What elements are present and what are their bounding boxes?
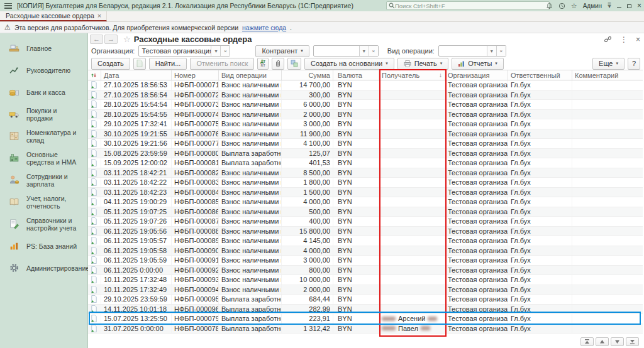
column-header-responsible[interactable]: Ответственный <box>508 70 572 80</box>
table-row[interactable]: 06.11.2025 19:05:56 НФБП-000088 Взнос на… <box>88 227 643 237</box>
dropdown-caret-icon[interactable]: ▾ <box>359 46 369 56</box>
column-header-operation[interactable]: Вид операции <box>219 70 282 80</box>
sidebar-item-main[interactable]: Главное <box>0 37 87 59</box>
column-header-amount[interactable]: Сумма <box>282 70 333 80</box>
table-row[interactable]: 27.10.2025 18:56:54 НФБП-000072 Взнос на… <box>88 90 643 101</box>
create-based-on-button[interactable]: Создать на основании ▾ <box>304 58 394 70</box>
dropdown-caret-icon: ▾ <box>495 61 497 66</box>
minimize-button[interactable] <box>617 1 621 10</box>
help-button[interactable]: ? <box>628 58 640 70</box>
table-row[interactable]: 31.07.2025 0:00:00 НФБП-000078 Выплата з… <box>88 324 643 334</box>
table-row[interactable]: 06.11.2025 0:00:00 НФБП-000092 Взнос нал… <box>88 266 643 276</box>
table-row[interactable]: 06.11.2025 19:05:57 НФБП-000089 Взнос на… <box>88 236 643 246</box>
copy-document-button[interactable] <box>133 58 146 70</box>
service-menu-icon[interactable]: ≡▾ <box>608 3 611 8</box>
favorites-star-icon[interactable]: ☆ <box>571 3 577 9</box>
add-favorite-star-icon[interactable]: ☆ <box>123 35 131 44</box>
column-header-org[interactable]: Организация <box>445 70 508 80</box>
forward-button[interactable]: → <box>104 35 118 44</box>
column-header-currency[interactable]: Валюта <box>333 70 379 80</box>
column-header-comment[interactable]: Комментарий <box>572 70 643 80</box>
table-row[interactable]: 05.11.2025 19:07:26 НФБП-000087 Взнос на… <box>88 217 643 227</box>
column-header-date[interactable]: Дата <box>101 70 172 80</box>
window-close-button[interactable]: × <box>637 1 641 10</box>
sidebar-item-manager[interactable]: Руководителю <box>0 59 87 81</box>
reports-button[interactable]: Отчеты ▾ <box>452 58 504 70</box>
sidebar-item-accounting-taxes[interactable]: Учет, налоги, отчетность <box>0 191 87 213</box>
get-link-icon[interactable] <box>604 35 612 43</box>
counterparty-filter-button[interactable]: Контрагент ▾ <box>255 45 309 57</box>
page-down-button[interactable] <box>611 337 624 346</box>
column-header-payee[interactable]: Получатель ↓ <box>379 70 445 80</box>
find-button[interactable]: Найти... <box>149 58 187 70</box>
clear-filter-icon[interactable]: × <box>496 46 506 56</box>
table-row[interactable]: 30.10.2025 19:21:56 НФБП-000077 Взнос на… <box>88 139 643 149</box>
table-row[interactable]: 03.11.2025 18:42:21 НФБП-000082 Взнос на… <box>88 168 643 178</box>
tab-close-icon[interactable]: × <box>97 12 101 19</box>
counterparty-filter-combo[interactable]: ▾ × <box>313 45 379 57</box>
table-row[interactable]: 06.11.2025 19:05:59 НФБП-000091 Взнос на… <box>88 256 643 266</box>
cancel-search-button[interactable]: Отменить поиск <box>190 58 254 70</box>
sidebar-item-purchases-sales[interactable]: Покупки и продажи <box>0 103 87 125</box>
table-header-marker[interactable] <box>88 70 101 80</box>
go-to-top-button[interactable] <box>580 337 594 346</box>
data-exchange-button[interactable] <box>287 58 301 70</box>
table-row[interactable]: 27.10.2025 18:56:53 НФБП-000071 Взнос на… <box>88 80 643 90</box>
table-row[interactable]: 30.10.2025 19:21:55 НФБП-000076 Взнос на… <box>88 129 643 139</box>
cell-date: 27.10.2025 18:56:53 <box>101 80 172 90</box>
clear-filter-icon[interactable]: × <box>220 46 230 56</box>
sidebar-item-fixed-assets[interactable]: Основные средства и НМА <box>0 147 87 169</box>
table-row[interactable]: 28.10.2025 15:54:54 НФБП-000073 Взнос на… <box>88 100 643 110</box>
table-row[interactable]: 10.11.2025 17:32:48 НФБП-000093 Взнос на… <box>88 275 643 285</box>
table-row[interactable]: 15.07.2025 13:25:50 НФБП-000079 Выплата … <box>88 314 643 324</box>
cell-payee <box>379 178 445 187</box>
document-posted-icon <box>91 120 97 128</box>
purchase-link[interactable]: нажмите сюда <box>242 24 286 31</box>
attachments-button[interactable] <box>272 58 284 70</box>
sidebar-item-bank-cash[interactable]: Банк и касса <box>0 81 87 103</box>
more-actions-button[interactable]: Еще ▾ <box>592 58 625 70</box>
notifications-bell-icon[interactable] <box>546 3 553 9</box>
organization-filter-combo[interactable]: Тестовая организация ▾ × <box>138 45 230 57</box>
current-user[interactable]: Админ <box>583 3 602 9</box>
table-row[interactable]: 14.11.2025 10:01:18 НФБП-000096 Выплата … <box>88 305 643 315</box>
clear-filter-icon[interactable]: × <box>369 46 378 56</box>
form-close-icon[interactable]: × <box>636 35 640 44</box>
table-row[interactable]: 28.10.2025 15:54:55 НФБП-000074 Взнос на… <box>88 110 643 120</box>
tab-cash-orders[interactable]: Расходные кассовые ордера × <box>0 11 107 21</box>
dropdown-caret-icon[interactable]: ▾ <box>487 46 496 56</box>
operation-filter-combo[interactable]: ▾ × <box>438 45 506 57</box>
global-search[interactable] <box>386 1 550 10</box>
dropdown-caret-icon[interactable]: ▾ <box>211 46 220 56</box>
table-row[interactable]: 05.11.2025 19:07:25 НФБП-000086 Взнос на… <box>88 207 643 217</box>
show-postings-button[interactable]: ДтКт <box>257 58 269 70</box>
table-row[interactable]: 03.11.2025 18:42:23 НФБП-000084 Взнос на… <box>88 188 643 198</box>
go-to-bottom-button[interactable] <box>626 337 639 346</box>
table-row[interactable]: 15.09.2025 12:00:02 НФБП-000081 Выплата … <box>88 158 643 168</box>
history-icon[interactable] <box>558 3 565 9</box>
cell-number: НФБП-000082 <box>172 168 219 178</box>
cell-responsible: Гл.бух <box>508 295 572 304</box>
table-row[interactable]: 29.10.2025 17:32:41 НФБП-000075 Взнос на… <box>88 119 643 129</box>
page-up-button[interactable] <box>596 337 609 346</box>
main-menu-icon[interactable] <box>4 3 12 9</box>
table-row[interactable]: 03.11.2025 18:42:22 НФБП-000083 Взнос на… <box>88 178 643 188</box>
table-row[interactable]: 04.11.2025 19:00:29 НФБП-000085 Взнос на… <box>88 197 643 207</box>
print-button[interactable]: Печать ▾ <box>397 58 449 70</box>
more-menu-dots-icon[interactable]: ⋮ <box>620 35 628 44</box>
cell-operation: Взнос наличными в банк <box>219 139 282 148</box>
sidebar-item-inventory[interactable]: Номенклатура и склад <box>0 125 87 147</box>
sidebar-item-administration[interactable]: Администрирование <box>0 257 87 279</box>
table-row[interactable]: 15.08.2025 23:59:59 НФБП-000080 Выплата … <box>88 149 643 159</box>
sidebar-item-directories-settings[interactable]: Справочники и настройки учета <box>0 213 87 235</box>
table-row[interactable]: 06.11.2025 19:05:58 НФБП-000090 Взнос на… <box>88 246 643 256</box>
search-input[interactable] <box>395 3 547 9</box>
restore-button[interactable] <box>627 1 631 10</box>
table-row[interactable]: 10.11.2025 17:32:49 НФБП-000094 Взнос на… <box>88 285 643 295</box>
back-button[interactable]: ← <box>90 35 103 44</box>
sidebar-item-staff-salary[interactable]: Сотрудники и зарплата <box>0 169 87 191</box>
sidebar-item-knowledge-base[interactable]: PS: База знаний <box>0 235 87 257</box>
create-button[interactable]: Создать <box>91 58 130 70</box>
column-header-number[interactable]: Номер <box>172 70 219 80</box>
table-row[interactable]: 29.10.2025 23:59:59 НФБП-000095 Выплата … <box>88 295 643 305</box>
